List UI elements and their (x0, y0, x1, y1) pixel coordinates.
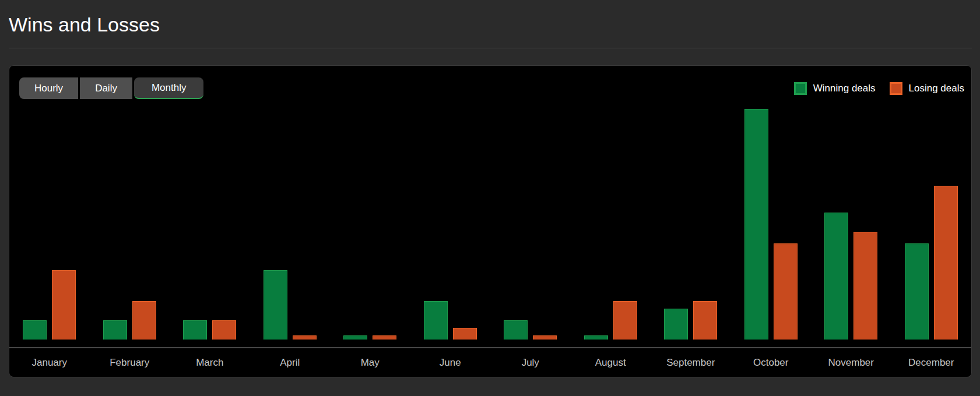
november-winning-bar[interactable] (824, 213, 848, 340)
x-label-august: August (571, 356, 651, 369)
june-winning-bar[interactable] (424, 301, 448, 340)
bar-group-november (811, 100, 891, 340)
september-winning-bar[interactable] (664, 309, 688, 340)
bar-group-december (891, 100, 972, 340)
bar-group-march (170, 100, 250, 340)
winning-deals-swatch-icon (794, 82, 807, 95)
losing-deals-legend-label: Losing deals (909, 83, 964, 94)
february-losing-bar[interactable] (132, 301, 156, 340)
tab-hourly[interactable]: Hourly (19, 77, 78, 99)
winning-deals-legend-label: Winning deals (813, 83, 876, 94)
bar-group-september (651, 100, 731, 340)
x-label-july: July (490, 356, 571, 369)
bar-group-february (90, 100, 170, 340)
interval-tabs: HourlyDailyMonthly (19, 77, 203, 99)
x-label-march: March (170, 356, 250, 369)
page-header: Wins and Losses (0, 0, 980, 37)
august-winning-bar[interactable] (584, 335, 608, 340)
tab-monthly[interactable]: Monthly (134, 77, 204, 99)
wins-losses-chart-panel: HourlyDailyMonthly Winning dealsLosing d… (9, 65, 972, 377)
april-winning-bar[interactable] (264, 270, 287, 340)
bar-group-april (250, 100, 331, 340)
header-divider (9, 48, 972, 48)
november-losing-bar[interactable] (853, 232, 877, 340)
may-losing-bar[interactable] (373, 335, 396, 340)
june-losing-bar[interactable] (453, 328, 477, 340)
x-label-june: June (410, 356, 491, 369)
x-label-january: January (9, 356, 90, 369)
march-winning-bar[interactable] (183, 320, 207, 340)
chart-toolbar: HourlyDailyMonthly Winning dealsLosing d… (9, 77, 971, 100)
bar-group-october (731, 100, 812, 340)
bar-group-may (330, 100, 410, 340)
august-losing-bar[interactable] (613, 301, 637, 340)
bar-group-august (571, 100, 651, 340)
september-losing-bar[interactable] (693, 301, 717, 340)
x-label-february: February (90, 356, 170, 369)
april-losing-bar[interactable] (293, 335, 317, 340)
january-losing-bar[interactable] (52, 270, 76, 340)
x-label-may: May (330, 356, 410, 369)
october-losing-bar[interactable] (774, 243, 798, 340)
bar-group-january (9, 100, 90, 340)
losing-deals-swatch-icon (890, 82, 902, 95)
bar-group-july (490, 100, 571, 340)
chart-legend: Winning dealsLosing deals (794, 82, 964, 95)
x-label-september: September (651, 356, 731, 369)
bar-group-june (410, 100, 491, 340)
x-axis-labels: JanuaryFebruaryMarchAprilMayJuneJulyAugu… (9, 348, 971, 369)
may-winning-bar[interactable] (343, 335, 367, 340)
july-winning-bar[interactable] (504, 320, 528, 340)
x-label-october: October (731, 356, 812, 369)
january-winning-bar[interactable] (23, 320, 47, 340)
october-winning-bar[interactable] (744, 109, 768, 340)
february-winning-bar[interactable] (103, 320, 127, 340)
page-title: Wins and Losses (9, 12, 972, 37)
bar-chart-plot-area (9, 100, 971, 340)
x-label-april: April (250, 356, 331, 369)
x-label-december: December (891, 356, 972, 369)
legend-item-losing-deals[interactable]: Losing deals (890, 82, 964, 95)
july-losing-bar[interactable] (533, 335, 557, 340)
legend-item-winning-deals[interactable]: Winning deals (794, 82, 876, 95)
tab-daily[interactable]: Daily (80, 77, 132, 99)
march-losing-bar[interactable] (212, 320, 236, 340)
x-label-november: November (811, 356, 891, 369)
december-winning-bar[interactable] (905, 243, 929, 340)
december-losing-bar[interactable] (934, 186, 958, 340)
